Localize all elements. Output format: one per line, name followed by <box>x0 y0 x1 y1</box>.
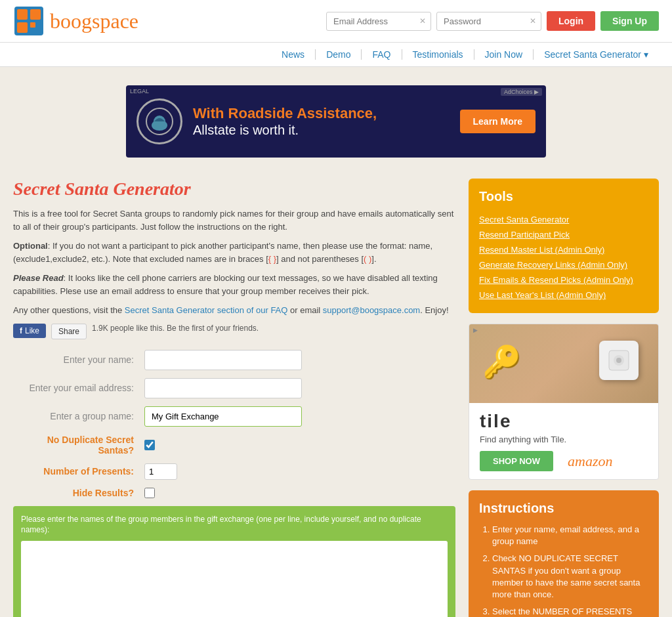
email-clear-icon[interactable]: ✕ <box>419 16 426 26</box>
tile-ad-label: ▶ <box>473 327 478 333</box>
ad-subtext: Allstate is worth it. <box>193 123 460 138</box>
bracket-2: ( ) <box>364 254 371 264</box>
header-right: ✕ ✕ Login Sign Up <box>326 11 659 31</box>
nav-item-testimonials[interactable]: Testimonials <box>402 49 474 60</box>
tile-shop-button[interactable]: SHOP NOW <box>480 451 553 471</box>
tools-link-3[interactable]: Generate Recovery Links (Admin Only) <box>479 257 648 272</box>
header: boogspace ✕ ✕ Login Sign Up <box>0 0 672 43</box>
tools-link-4[interactable]: Fix Emails & Resend Picks (Admin Only) <box>479 272 648 287</box>
ad-headline: With Roadside Assistance, <box>193 105 460 122</box>
tools-box: Tools Secret Santa Generator Resend Part… <box>469 179 659 313</box>
email-input[interactable] <box>326 12 431 31</box>
bracket-1: { } <box>268 254 276 264</box>
like-label: Like <box>25 326 39 335</box>
group-name-input[interactable] <box>144 406 302 427</box>
tile-tagline: Find anything with Tile. <box>480 435 648 444</box>
tools-link-5[interactable]: Use Last Year's List (Admin Only) <box>479 287 648 303</box>
nav-item-demo[interactable]: Demo <box>316 49 362 60</box>
nav-item-join-now[interactable]: Join Now <box>474 49 534 60</box>
email-link[interactable]: support@boogspace.com <box>323 305 420 315</box>
any-questions-paragraph: Any other questions, visit the Secret Sa… <box>13 304 455 317</box>
optional-paragraph: Optional: If you do not want a participa… <box>13 240 455 265</box>
name-label: Enter your name: <box>13 354 144 365</box>
svg-rect-2 <box>30 9 41 20</box>
svg-rect-3 <box>17 22 28 33</box>
nav-item-faq[interactable]: FAQ <box>362 49 402 60</box>
form-row-email: Enter your email address: <box>13 378 455 398</box>
tools-link-1[interactable]: Resend Participant Pick <box>479 227 648 242</box>
tile-ad-body: tile Find anything with Tile. SHOP NOW a… <box>469 403 658 479</box>
password-clear-icon[interactable]: ✕ <box>530 16 536 26</box>
group-label: Enter a group name: <box>13 411 144 421</box>
logo-text: boogspace <box>50 9 138 33</box>
allstate-icon <box>145 107 174 136</box>
nav-item-news[interactable]: News <box>271 49 316 60</box>
svg-rect-4 <box>30 22 35 28</box>
optional-label: Optional <box>13 241 48 251</box>
facebook-share-button[interactable]: Share <box>51 324 87 339</box>
nav-item-secret-santa[interactable]: Secret Santa Generator ▾ <box>534 49 659 60</box>
instruction-step-3: Select the NUMBER OF PRESENTS that each … <box>492 606 648 617</box>
ad-learn-more-button[interactable]: Learn More <box>460 110 536 133</box>
please-read-paragraph: Please Read: It looks like the cell phon… <box>13 272 455 297</box>
instruction-step-2: Check NO DUPLICATE SECRET SANTAS if you … <box>492 553 648 601</box>
form-row-name: Enter your name: <box>13 350 455 370</box>
description-1: This is a free tool for Secret Santa gro… <box>13 207 455 233</box>
email-field[interactable] <box>144 378 302 398</box>
hide-results-label: Hide Results? <box>13 488 144 498</box>
group-members-textarea[interactable] <box>21 541 448 617</box>
presents-stepper[interactable] <box>144 463 177 480</box>
allstate-logo-circle <box>136 98 182 144</box>
ad-text-block: With Roadside Assistance, Allstate is wo… <box>193 100 460 142</box>
instruction-step-1: Enter your name, email address, and a gr… <box>492 524 648 547</box>
facebook-like-button[interactable]: f Like <box>13 324 46 338</box>
form-row-presents: Number of Presents: <box>13 463 455 480</box>
email-label: Enter your email address: <box>13 383 144 393</box>
password-input-wrap: ✕ <box>436 12 541 31</box>
form-row-no-duplicate: No Duplicate Secret Santas? <box>13 435 455 456</box>
svg-rect-1 <box>17 9 28 20</box>
no-duplicate-checkbox[interactable] <box>144 440 155 450</box>
group-box-instruction: Please enter the names of the group memb… <box>21 514 448 536</box>
tools-link-2[interactable]: Resend Master List (Admin Only) <box>479 242 648 257</box>
instructions-box: Instructions Enter your name, email addr… <box>469 490 659 617</box>
sidebar: Tools Secret Santa Generator Resend Part… <box>469 179 659 617</box>
instructions-list: Enter your name, email address, and a gr… <box>479 524 648 617</box>
password-input[interactable] <box>436 12 541 31</box>
tile-device-icon <box>599 341 639 380</box>
adchoice-badge: AdChoices ▶ <box>501 88 542 96</box>
login-button[interactable]: Login <box>547 11 595 31</box>
main-content: Secret Santa Generator This is a free to… <box>0 168 672 617</box>
page-title: Secret Santa Generator <box>13 179 455 200</box>
email-input-wrap: ✕ <box>326 12 431 31</box>
ad-legal-label: LEGAL <box>130 88 149 95</box>
tools-title: Tools <box>479 189 648 204</box>
instructions-title: Instructions <box>479 501 648 516</box>
presents-label: Number of Presents: <box>13 466 144 477</box>
svg-point-10 <box>616 358 621 363</box>
signup-button[interactable]: Sign Up <box>600 11 659 31</box>
name-input[interactable] <box>144 350 302 370</box>
hide-results-checkbox[interactable] <box>144 488 155 498</box>
tile-ad: 🔑 ▶ tile Find anything with Tile. SHOP N… <box>469 324 659 480</box>
ad-banner: LEGAL AdChoices ▶ With Roadside Assistan… <box>126 85 546 158</box>
nav: News Demo FAQ Testimonials Join Now Secr… <box>0 43 672 67</box>
fb-count-text: 1.9K people like this. Be the first of y… <box>92 324 259 334</box>
tools-link-0[interactable]: Secret Santa Generator <box>479 212 648 227</box>
please-read-label: Please Read <box>13 273 64 283</box>
form: Enter your name: Enter your email addres… <box>13 350 455 498</box>
tile-ad-image: 🔑 ▶ <box>469 324 658 403</box>
form-row-group: Enter a group name: <box>13 406 455 427</box>
logo-area: boogspace <box>13 5 138 37</box>
content-area: Secret Santa Generator This is a free to… <box>13 179 455 617</box>
tile-brand: tile <box>480 411 648 432</box>
keys-icon: 🔑 <box>482 344 522 381</box>
amazon-logo: amazon <box>568 453 612 470</box>
form-row-hide-results: Hide Results? <box>13 488 455 498</box>
dropdown-chevron-icon: ▾ <box>644 49 648 60</box>
group-members-box: Please enter the names of the group memb… <box>13 506 455 618</box>
faq-link[interactable]: Secret Santa Generator section of our FA… <box>125 305 288 315</box>
no-duplicate-label: No Duplicate Secret Santas? <box>13 435 144 456</box>
logo-icon <box>13 5 45 37</box>
facebook-like-area: f Like Share 1.9K people like this. Be t… <box>13 324 455 339</box>
